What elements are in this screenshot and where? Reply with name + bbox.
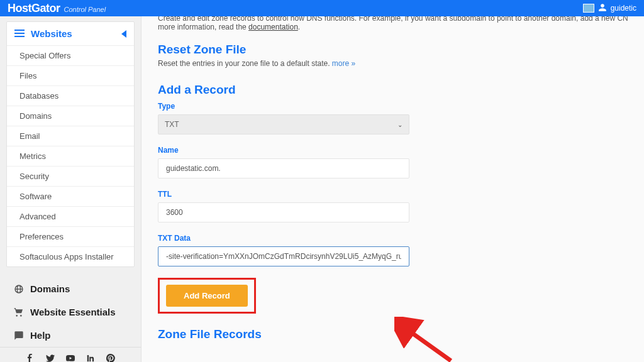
sidebar-item-special-offers[interactable]: Special Offers <box>7 46 134 66</box>
facebook-icon[interactable] <box>26 354 35 362</box>
username: guidetic <box>611 4 636 13</box>
user-icon <box>598 3 607 14</box>
sidebar-item-preferences[interactable]: Preferences <box>7 227 134 247</box>
cart-icon <box>14 307 24 317</box>
name-label: Name <box>158 146 628 155</box>
sidebar-item-files[interactable]: Files <box>7 66 134 86</box>
twitter-icon[interactable] <box>46 354 55 362</box>
sidebar-item-email[interactable]: Email <box>7 126 134 146</box>
sidebar-cat-help[interactable]: Help <box>0 324 141 347</box>
caret-left-icon <box>121 30 126 38</box>
name-input[interactable] <box>158 158 409 178</box>
zone-file-records-title: Zone File Records <box>158 327 628 341</box>
ttl-label: TTL <box>158 190 628 199</box>
brand-subtitle: Control Panel <box>64 6 106 13</box>
ttl-input[interactable] <box>158 202 409 222</box>
sidebar: Websites Special Offers Files Databases … <box>0 16 142 362</box>
reset-zone-desc: Reset the entries in your zone file to a… <box>158 59 628 68</box>
documentation-link[interactable]: documentation <box>248 23 298 31</box>
sidebar-cat-label: Help <box>30 330 51 341</box>
sidebar-item-metrics[interactable]: Metrics <box>7 146 134 167</box>
sidebar-item-databases[interactable]: Databases <box>7 86 134 106</box>
pinterest-icon[interactable] <box>106 354 115 362</box>
intro-text-cut: Create and edit zone records to control … <box>158 16 628 23</box>
add-record-highlight: Add Record <box>158 278 256 314</box>
linkedin-icon[interactable] <box>86 354 95 362</box>
sidebar-cat-domains[interactable]: Domains <box>0 277 141 300</box>
txt-data-input[interactable] <box>158 246 409 266</box>
menu-icon <box>14 30 25 38</box>
reset-more-link[interactable]: more » <box>332 59 355 68</box>
globe-icon <box>14 284 24 294</box>
intro-text-line2: more information, read the documentation… <box>158 23 628 31</box>
user-menu[interactable]: guidetic <box>583 3 636 14</box>
chat-icon <box>14 331 24 341</box>
sidebar-item-security[interactable]: Security <box>7 167 134 187</box>
sidebar-item-advanced[interactable]: Advanced <box>7 207 134 227</box>
sidebar-section-title: Websites <box>31 28 72 39</box>
chevron-down-icon: ⌄ <box>397 121 402 128</box>
type-select[interactable]: TXT ⌄ <box>158 114 409 134</box>
sidebar-item-domains[interactable]: Domains <box>7 106 134 126</box>
reset-zone-title: Reset Zone File <box>158 43 628 57</box>
txt-data-label: TXT Data <box>158 234 628 243</box>
brand: HostGator Control Panel <box>8 2 106 15</box>
sidebar-cat-essentials[interactable]: Website Essentials <box>0 300 141 324</box>
brand-logo: HostGator <box>8 2 60 15</box>
main-content: Create and edit zone records to control … <box>142 16 644 362</box>
sidebar-section-websites[interactable]: Websites <box>7 22 134 46</box>
social-links <box>0 347 141 362</box>
type-select-value: TXT <box>165 120 179 129</box>
sidebar-item-software[interactable]: Software <box>7 187 134 207</box>
add-record-title: Add a Record <box>158 83 628 97</box>
user-avatar-placeholder <box>583 4 594 13</box>
type-label: Type <box>158 102 628 111</box>
sidebar-item-softaculous[interactable]: Softaculous Apps Installer <box>7 247 134 266</box>
sidebar-cat-label: Website Essentials <box>30 307 116 317</box>
sidebar-cat-label: Domains <box>30 283 70 294</box>
add-record-button[interactable]: Add Record <box>166 285 248 307</box>
youtube-icon[interactable] <box>66 354 75 362</box>
